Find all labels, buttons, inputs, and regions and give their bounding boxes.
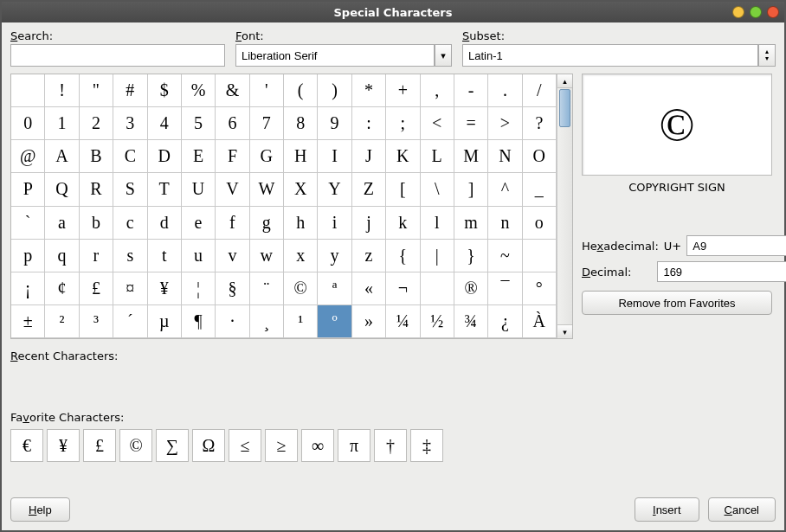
char-cell[interactable]: N bbox=[488, 140, 522, 173]
favorite-cell[interactable]: ∑ bbox=[156, 429, 189, 462]
character-grid[interactable]: !"#$%&'()*+,-./0123456789:;<=>?@ABCDEFGH… bbox=[11, 74, 557, 338]
char-cell[interactable]: ¼ bbox=[386, 305, 420, 338]
cancel-button[interactable]: Cancel bbox=[708, 497, 776, 522]
search-input[interactable] bbox=[10, 44, 225, 67]
char-cell[interactable]: R bbox=[80, 173, 113, 206]
char-cell[interactable]: 0 bbox=[11, 107, 45, 140]
char-cell[interactable]: ~ bbox=[488, 240, 522, 272]
char-cell[interactable]: - bbox=[454, 74, 488, 107]
char-cell[interactable]: Y bbox=[318, 173, 351, 206]
char-cell[interactable]: ) bbox=[318, 74, 351, 107]
char-cell[interactable]: H bbox=[284, 140, 318, 173]
char-cell[interactable]: f bbox=[216, 207, 249, 240]
char-cell[interactable]: Z bbox=[352, 173, 386, 206]
char-cell[interactable]: % bbox=[182, 74, 216, 107]
subset-combo[interactable]: ▴▾ bbox=[462, 44, 776, 67]
char-cell[interactable]: X bbox=[284, 173, 318, 206]
char-cell[interactable]: ¥ bbox=[148, 272, 182, 305]
char-cell[interactable]: * bbox=[352, 74, 386, 107]
char-cell[interactable]: h bbox=[284, 207, 318, 240]
char-cell[interactable]: J bbox=[352, 140, 386, 173]
char-cell[interactable] bbox=[523, 240, 557, 272]
char-cell[interactable]: @ bbox=[11, 140, 45, 173]
favorite-cell[interactable]: Ω bbox=[192, 429, 225, 462]
char-cell[interactable]: C bbox=[113, 140, 147, 173]
char-cell[interactable]: 2 bbox=[80, 107, 113, 140]
char-cell[interactable]: [ bbox=[386, 173, 420, 206]
char-cell[interactable]: l bbox=[421, 207, 454, 240]
help-button[interactable]: Help bbox=[10, 497, 70, 522]
char-cell[interactable]: r bbox=[80, 240, 113, 272]
char-cell[interactable]: ª bbox=[318, 272, 351, 305]
char-cell[interactable]: 9 bbox=[318, 107, 351, 140]
hex-input[interactable] bbox=[686, 235, 786, 256]
char-cell[interactable]: ³ bbox=[80, 305, 113, 338]
char-cell[interactable] bbox=[11, 74, 45, 107]
char-cell[interactable]: ¹ bbox=[284, 305, 318, 338]
char-cell[interactable]: } bbox=[454, 240, 488, 272]
maximize-button[interactable] bbox=[750, 6, 762, 18]
char-cell[interactable]: + bbox=[386, 74, 420, 107]
char-cell[interactable]: § bbox=[216, 272, 249, 305]
favorite-cell[interactable]: ∞ bbox=[301, 429, 334, 462]
char-cell[interactable]: ´ bbox=[113, 305, 147, 338]
char-cell[interactable]: ² bbox=[45, 305, 79, 338]
spinner-icon[interactable]: ▴▾ bbox=[758, 44, 776, 67]
char-cell[interactable]: L bbox=[421, 140, 454, 173]
favorite-cell[interactable]: π bbox=[338, 429, 370, 462]
scroll-down-icon[interactable]: ▾ bbox=[557, 324, 572, 338]
insert-button[interactable]: Insert bbox=[635, 497, 699, 522]
char-cell[interactable]: t bbox=[148, 240, 182, 272]
char-cell[interactable]: ^ bbox=[488, 173, 522, 206]
decimal-input[interactable] bbox=[657, 261, 786, 282]
char-cell[interactable]: I bbox=[318, 140, 351, 173]
close-button[interactable] bbox=[767, 6, 779, 18]
char-cell[interactable] bbox=[421, 272, 454, 305]
char-cell[interactable]: D bbox=[148, 140, 182, 173]
char-cell[interactable]: ¨ bbox=[250, 272, 284, 305]
char-cell[interactable]: ½ bbox=[421, 305, 454, 338]
char-cell[interactable]: c bbox=[113, 207, 147, 240]
char-cell[interactable]: $ bbox=[148, 74, 182, 107]
char-cell[interactable]: ( bbox=[284, 74, 318, 107]
char-cell[interactable]: ¦ bbox=[182, 272, 216, 305]
font-combo[interactable]: ▾ bbox=[235, 44, 452, 67]
char-cell[interactable]: b bbox=[80, 207, 113, 240]
char-cell[interactable]: < bbox=[421, 107, 454, 140]
char-cell[interactable]: _ bbox=[523, 173, 557, 206]
char-cell[interactable]: ' bbox=[250, 74, 284, 107]
char-cell[interactable]: : bbox=[352, 107, 386, 140]
char-cell[interactable]: , bbox=[421, 74, 454, 107]
char-cell[interactable]: ? bbox=[523, 107, 557, 140]
char-cell[interactable]: V bbox=[216, 173, 249, 206]
char-cell[interactable]: 7 bbox=[250, 107, 284, 140]
char-cell[interactable]: T bbox=[148, 173, 182, 206]
char-cell[interactable]: ¶ bbox=[182, 305, 216, 338]
char-cell[interactable]: ; bbox=[386, 107, 420, 140]
char-cell[interactable]: d bbox=[148, 207, 182, 240]
char-cell[interactable]: i bbox=[318, 207, 351, 240]
char-cell[interactable]: . bbox=[488, 74, 522, 107]
char-cell[interactable]: & bbox=[216, 74, 249, 107]
char-cell[interactable]: ] bbox=[454, 173, 488, 206]
char-cell[interactable]: E bbox=[182, 140, 216, 173]
char-cell[interactable]: º bbox=[318, 305, 351, 338]
char-cell[interactable]: A bbox=[45, 140, 79, 173]
char-cell[interactable]: · bbox=[216, 305, 249, 338]
remove-favorites-button[interactable]: Remove from Favorites bbox=[582, 291, 772, 315]
char-cell[interactable]: { bbox=[386, 240, 420, 272]
font-input[interactable] bbox=[235, 44, 435, 67]
favorite-cell[interactable]: © bbox=[119, 429, 152, 462]
char-cell[interactable]: » bbox=[352, 305, 386, 338]
char-cell[interactable]: ¸ bbox=[250, 305, 284, 338]
char-cell[interactable]: ! bbox=[45, 74, 79, 107]
char-cell[interactable]: 6 bbox=[216, 107, 249, 140]
char-cell[interactable]: 3 bbox=[113, 107, 147, 140]
favorite-cell[interactable]: ‡ bbox=[410, 429, 443, 462]
char-cell[interactable]: ¿ bbox=[488, 305, 522, 338]
favorite-cell[interactable]: † bbox=[374, 429, 407, 462]
char-cell[interactable]: s bbox=[113, 240, 147, 272]
char-cell[interactable]: µ bbox=[148, 305, 182, 338]
char-cell[interactable]: p bbox=[11, 240, 45, 272]
char-cell[interactable]: a bbox=[45, 207, 79, 240]
